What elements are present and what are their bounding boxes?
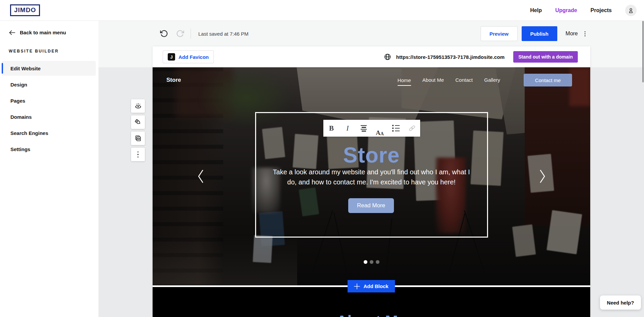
- site-navbar: Store Home About Me Contact Gallery Cont…: [153, 67, 590, 93]
- back-label: Back to main menu: [20, 30, 66, 35]
- nav-gallery[interactable]: Gallery: [484, 77, 500, 83]
- list-button[interactable]: [388, 120, 404, 137]
- nav-home[interactable]: Home: [398, 77, 411, 86]
- toolbar-actions: Preview Publish More: [481, 26, 587, 41]
- top-app-bar: JIMDO Help Upgrade Projects: [0, 0, 644, 21]
- last-saved-status: Last saved at 7:46 PM: [198, 31, 248, 37]
- font-style-button[interactable]: AA: [372, 120, 388, 137]
- site-nav-links: Home About Me Contact Gallery Contact me: [398, 74, 572, 86]
- redo-button[interactable]: [174, 28, 186, 39]
- italic-button[interactable]: I: [339, 120, 356, 137]
- sidebar-item-edit-website[interactable]: Edit Website: [2, 61, 96, 76]
- person-icon: [628, 7, 634, 14]
- copy-icon: [134, 134, 142, 142]
- style-block-button[interactable]: [131, 115, 145, 129]
- site-url: https://store-1759513573-7178.jimdosite.…: [396, 54, 505, 60]
- arrow-left-icon: [9, 30, 15, 35]
- projects-link[interactable]: Projects: [591, 7, 612, 13]
- domain-info: https://store-1759513573-7178.jimdosite.…: [384, 51, 578, 63]
- hero-title[interactable]: Store: [153, 143, 590, 168]
- website-preview-sheet: J Add Favicon https://store-1759513573-7…: [153, 46, 590, 317]
- publish-button[interactable]: Publish: [522, 26, 557, 41]
- toolbar-divider: [191, 29, 191, 39]
- hero-body-text[interactable]: Take a look around my website and you'll…: [250, 167, 492, 187]
- stand-out-domain-button[interactable]: Stand out with a domain: [513, 51, 578, 63]
- kebab-icon: [137, 151, 139, 158]
- sidebar-item-design[interactable]: Design: [2, 77, 96, 92]
- carousel-dots: [153, 260, 590, 264]
- list-icon: [392, 125, 400, 132]
- about-section-title[interactable]: About Me: [153, 312, 590, 317]
- text-format-toolbar: B I AA: [323, 120, 420, 137]
- carousel-next-button[interactable]: [539, 169, 546, 183]
- chevron-left-icon: [197, 169, 204, 183]
- sidebar-item-search-engines[interactable]: Search Engines: [2, 126, 96, 140]
- link-button[interactable]: [404, 120, 420, 137]
- page-scrollbar-thumb[interactable]: [642, 21, 644, 82]
- site-brand[interactable]: Store: [166, 77, 181, 83]
- sidebar-menu: Edit Website Design Pages Domains Search…: [0, 61, 98, 156]
- more-button[interactable]: More: [566, 31, 578, 37]
- block-tools: [131, 99, 145, 161]
- block-more-button[interactable]: [131, 148, 145, 161]
- jimdo-logo[interactable]: JIMDO: [10, 4, 40, 16]
- help-link[interactable]: Help: [530, 7, 542, 13]
- undo-icon: [160, 30, 168, 38]
- align-icon: [361, 125, 367, 132]
- jimdo-website-builder: JIMDO Help Upgrade Projects Back to main…: [0, 0, 644, 317]
- account-avatar[interactable]: [625, 5, 637, 16]
- more-kebab-icon[interactable]: [583, 30, 587, 38]
- undo-button[interactable]: [158, 28, 170, 39]
- back-to-main-menu[interactable]: Back to main menu: [0, 21, 98, 35]
- sidebar-item-settings[interactable]: Settings: [2, 142, 96, 156]
- tag-icon: [134, 118, 142, 126]
- duplicate-block-button[interactable]: [131, 132, 145, 145]
- chevron-right-icon: [539, 169, 546, 183]
- section-label: WEBSITE BUILDER: [0, 35, 98, 54]
- carousel-dot-3[interactable]: [376, 260, 379, 264]
- nav-about-me[interactable]: About Me: [422, 77, 444, 83]
- bold-button[interactable]: B: [323, 120, 339, 137]
- globe-icon: [384, 53, 391, 61]
- read-more-button[interactable]: Read More: [348, 198, 394, 213]
- nav-contact[interactable]: Contact: [455, 77, 473, 83]
- preview-button[interactable]: Preview: [481, 26, 518, 41]
- contact-me-button[interactable]: Contact me: [524, 74, 572, 86]
- topbar-links: Help Upgrade Projects: [530, 5, 637, 16]
- favicon-domain-bar: J Add Favicon https://store-1759513573-7…: [153, 46, 590, 67]
- add-block-label: Add Block: [363, 283, 388, 289]
- need-help-button[interactable]: Need help?: [600, 295, 641, 310]
- hide-block-button[interactable]: [131, 99, 145, 113]
- hero-section[interactable]: Store Home About Me Contact Gallery Cont…: [153, 67, 590, 285]
- carousel-dot-1[interactable]: [364, 260, 367, 264]
- carousel-prev-button[interactable]: [197, 169, 204, 183]
- sidebar-item-pages[interactable]: Pages: [2, 93, 96, 108]
- editor-main-area: Last saved at 7:46 PM Preview Publish Mo…: [98, 21, 644, 317]
- carousel-dot-2[interactable]: [370, 260, 373, 264]
- align-button[interactable]: [356, 120, 372, 137]
- sidebar-item-domains[interactable]: Domains: [2, 109, 96, 124]
- eye-icon: [134, 102, 142, 110]
- sidebar: Back to main menu WEBSITE BUILDER Edit W…: [0, 21, 98, 317]
- redo-icon: [176, 30, 184, 38]
- upgrade-link[interactable]: Upgrade: [555, 7, 577, 13]
- editor-toolbar: Last saved at 7:46 PM Preview Publish Mo…: [98, 21, 644, 46]
- add-favicon-label: Add Favicon: [178, 54, 209, 60]
- favicon-placeholder-icon: J: [168, 53, 175, 61]
- add-favicon-button[interactable]: J Add Favicon: [163, 50, 214, 63]
- plus-icon: [354, 283, 360, 289]
- add-block-button[interactable]: Add Block: [348, 280, 395, 292]
- link-icon: [408, 124, 416, 132]
